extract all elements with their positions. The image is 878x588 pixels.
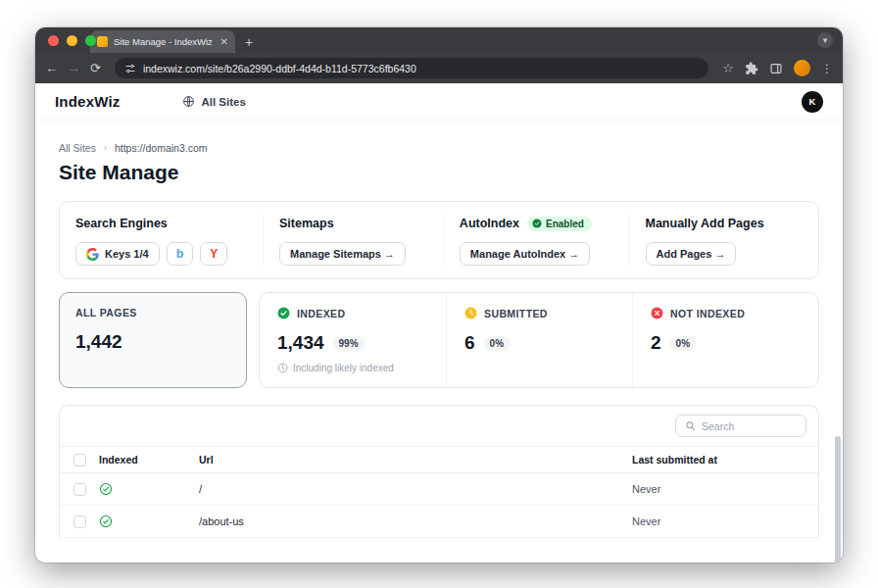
bing-icon: b bbox=[176, 247, 184, 261]
google-keys-button[interactable]: Keys 1/4 bbox=[75, 242, 160, 266]
user-avatar[interactable]: K bbox=[802, 91, 823, 113]
not-indexed-percent-badge: 0% bbox=[670, 336, 696, 351]
table-body: / Never /about-us Never bbox=[60, 473, 818, 538]
close-window-button[interactable] bbox=[48, 35, 59, 46]
table-toolbar bbox=[60, 406, 818, 446]
back-icon[interactable]: ← bbox=[45, 62, 58, 74]
breadcrumb-all-sites[interactable]: All Sites bbox=[59, 142, 96, 154]
column-indexed: Indexed bbox=[99, 454, 199, 466]
pages-table-card: Indexed Url Last submitted at / Never bbox=[59, 405, 819, 538]
submitted-percent-badge: 0% bbox=[484, 336, 510, 351]
stat-indexed[interactable]: INDEXED 1,434 99% Including likely index… bbox=[260, 293, 446, 387]
submitted-clock-icon bbox=[464, 307, 477, 319]
tab-favicon-icon bbox=[97, 36, 108, 47]
page-title: Site Manage bbox=[59, 161, 819, 184]
new-tab-button[interactable]: + bbox=[245, 35, 253, 49]
table-search[interactable] bbox=[675, 415, 806, 437]
site-settings-icon bbox=[124, 63, 136, 74]
column-url: Url bbox=[199, 454, 632, 466]
row-url: / bbox=[199, 483, 632, 495]
addressbar-actions: ☆ ⋮ bbox=[722, 60, 833, 76]
indexed-note-text: Including likely indexed bbox=[293, 363, 394, 373]
row-last-submitted: Never bbox=[632, 515, 818, 527]
all-pages-label: ALL PAGES bbox=[75, 307, 137, 318]
nav-all-sites[interactable]: All Sites bbox=[182, 95, 245, 108]
stats-row: ALL PAGES 1,442 INDEXED 1,434 99% bbox=[59, 292, 819, 388]
not-indexed-value: 2 bbox=[651, 332, 661, 354]
manual-add-panel: Manually Add Pages Add Pages → bbox=[629, 215, 819, 266]
tab-close-icon[interactable]: ✕ bbox=[220, 37, 228, 47]
forward-icon[interactable]: → bbox=[68, 62, 80, 74]
row-url: /about-us bbox=[199, 515, 632, 527]
manage-sitemaps-button[interactable]: Manage Sitemaps → bbox=[279, 242, 406, 266]
select-all-checkbox[interactable] bbox=[73, 454, 86, 466]
browser-tab[interactable]: Site Manage - IndexWiz ✕ bbox=[90, 30, 235, 53]
stat-all-pages[interactable]: ALL PAGES 1,442 bbox=[59, 292, 247, 388]
reload-icon[interactable]: ⟳ bbox=[90, 62, 101, 74]
actions-card: Search Engines Keys 1/4 b Y bbox=[59, 201, 819, 279]
maximize-window-button[interactable] bbox=[85, 35, 96, 46]
page-scrollbar[interactable] bbox=[835, 436, 841, 563]
google-icon bbox=[86, 248, 99, 261]
page-content: All Sites › https://domain3.com Site Man… bbox=[35, 121, 843, 563]
indexed-label: INDEXED bbox=[297, 308, 345, 319]
browser-titlebar: Site Manage - IndexWiz ✕ + ▾ bbox=[35, 27, 843, 53]
search-icon bbox=[685, 420, 696, 431]
autoindex-title: AutoIndex bbox=[460, 217, 519, 230]
stat-submitted[interactable]: SUBMITTED 6 0% bbox=[446, 293, 632, 387]
breadcrumb-current: https://domain3.com bbox=[115, 142, 208, 154]
manage-autoindex-button[interactable]: Manage AutoIndex → bbox=[460, 242, 590, 266]
brand-logo[interactable]: IndexWiz bbox=[55, 93, 120, 110]
globe-icon bbox=[182, 95, 195, 108]
extensions-puzzle-icon[interactable] bbox=[745, 62, 758, 75]
url-bar[interactable]: indexwiz.com/site/b26a2990-ddbf-4d4d-b11… bbox=[115, 58, 708, 78]
table-row[interactable]: /about-us Never bbox=[60, 506, 818, 538]
row-indexed-icon bbox=[99, 514, 113, 528]
submitted-label: SUBMITTED bbox=[484, 308, 548, 319]
not-indexed-x-icon bbox=[651, 307, 663, 319]
autoindex-enabled-badge: Enabled bbox=[527, 217, 592, 231]
nav-all-sites-label: All Sites bbox=[201, 96, 245, 108]
row-checkbox[interactable] bbox=[73, 483, 86, 496]
traffic-lights bbox=[48, 35, 96, 46]
row-checkbox[interactable] bbox=[73, 515, 86, 528]
yandex-button[interactable]: Y bbox=[200, 242, 227, 266]
bing-button[interactable]: b bbox=[167, 242, 194, 266]
minimize-window-button[interactable] bbox=[67, 35, 77, 46]
all-pages-value: 1,442 bbox=[75, 331, 122, 353]
tab-title: Site Manage - IndexWiz bbox=[114, 36, 215, 47]
browser-profile-avatar[interactable] bbox=[794, 60, 810, 76]
chevron-down-icon[interactable]: ▾ bbox=[817, 32, 833, 48]
google-keys-label: Keys 1/4 bbox=[105, 248, 149, 260]
bookmark-star-icon[interactable]: ☆ bbox=[722, 61, 734, 75]
search-input[interactable] bbox=[702, 420, 797, 432]
autoindex-enabled-label: Enabled bbox=[546, 219, 584, 229]
add-pages-button[interactable]: Add Pages → bbox=[646, 242, 737, 266]
not-indexed-label: NOT INDEXED bbox=[670, 308, 745, 319]
check-circle-icon bbox=[532, 219, 542, 228]
sitemaps-title: Sitemaps bbox=[279, 217, 334, 230]
column-last-submitted: Last submitted at bbox=[632, 454, 818, 466]
breadcrumb: All Sites › https://domain3.com bbox=[59, 142, 819, 154]
clock-icon bbox=[277, 363, 288, 373]
submitted-value: 6 bbox=[464, 332, 475, 354]
search-engines-panel: Search Engines Keys 1/4 b Y bbox=[60, 215, 263, 266]
table-row[interactable]: / Never bbox=[60, 473, 818, 506]
indexed-check-icon bbox=[277, 307, 290, 319]
browser-menu-icon[interactable]: ⋮ bbox=[821, 62, 833, 75]
breadcrumb-chevron-icon: › bbox=[104, 143, 107, 153]
side-panel-icon[interactable] bbox=[769, 62, 783, 75]
table-header-row: Indexed Url Last submitted at bbox=[60, 446, 818, 473]
sitemaps-panel: Sitemaps Manage Sitemaps → bbox=[263, 215, 443, 266]
indexed-value: 1,434 bbox=[277, 332, 324, 354]
indexed-percent-badge: 99% bbox=[333, 336, 365, 351]
url-text: indexwiz.com/site/b26a2990-ddbf-4d4d-b11… bbox=[143, 63, 416, 74]
manual-add-title: Manually Add Pages bbox=[646, 217, 764, 230]
stat-not-indexed[interactable]: NOT INDEXED 2 0% bbox=[632, 293, 818, 387]
search-engines-title: Search Engines bbox=[75, 217, 168, 230]
browser-addressbar: ← → ⟳ indexwiz.com/site/b26a2990-ddbf-4d… bbox=[35, 53, 843, 83]
row-indexed-icon bbox=[99, 482, 113, 496]
row-last-submitted: Never bbox=[632, 483, 818, 495]
yandex-icon: Y bbox=[210, 247, 218, 261]
indexed-note: Including likely indexed bbox=[277, 363, 428, 373]
